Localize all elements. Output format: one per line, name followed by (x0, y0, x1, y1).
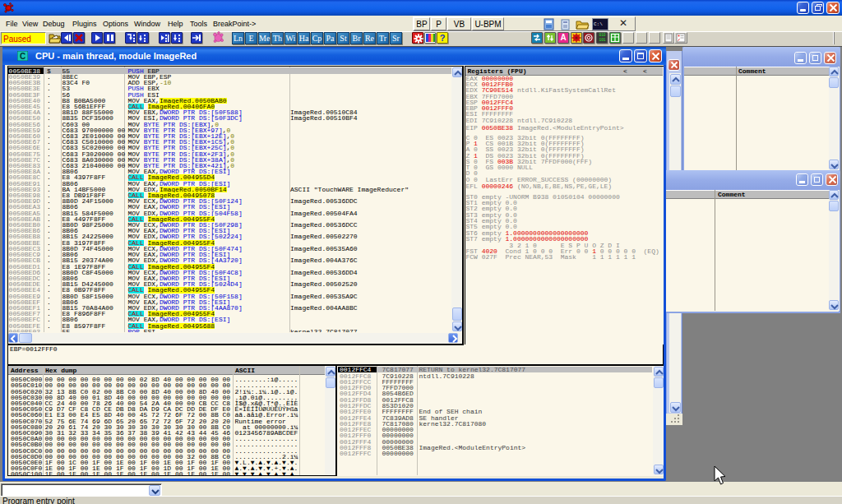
svg-text:C:\: C:\ (594, 21, 603, 27)
svg-text:C: C (20, 52, 25, 61)
